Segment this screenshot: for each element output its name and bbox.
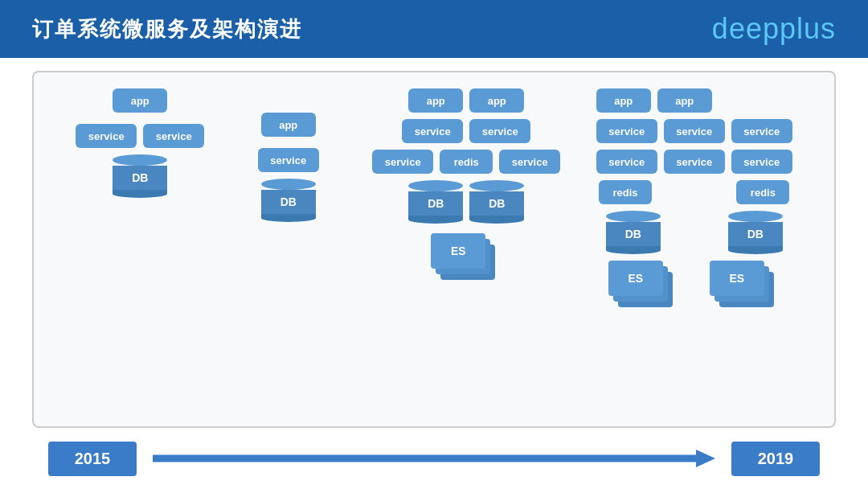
header: 订单系统微服务及架构演进 deepplus	[0, 0, 868, 58]
arch-col-1: app service service DB	[76, 88, 204, 198]
col4-redis-1: redis	[599, 180, 652, 204]
col4-svc-3: service	[731, 119, 792, 143]
col3-app-1: app	[408, 88, 463, 113]
year-start-label: 2015	[48, 442, 137, 476]
col3-app-2: app	[469, 88, 524, 113]
col3-db-2: DB	[469, 180, 524, 224]
col2-db: DB	[261, 179, 316, 222]
col4-svc-6: service	[731, 150, 792, 174]
col1-app: app	[113, 88, 167, 113]
arch-col-3: app app service service service redis se…	[372, 88, 560, 285]
col3-service-4: service	[499, 150, 560, 174]
timeline-arrow	[153, 450, 715, 467]
col4-redis-2: redis	[736, 180, 789, 204]
col1-service-2: service	[143, 124, 204, 148]
arrow-container	[137, 450, 731, 467]
col4-svc-5: service	[664, 150, 725, 174]
col4-es-stack-1: ES	[608, 261, 679, 312]
col3-es-stack: ES	[431, 233, 502, 285]
arch-col-2: app service DB	[240, 113, 337, 222]
col3-service-2: service	[469, 119, 530, 143]
col4-svc-4: service	[596, 150, 657, 174]
col3-db-1: DB	[408, 180, 463, 224]
col2-app: app	[261, 113, 316, 137]
col4-svc-2: service	[664, 119, 725, 143]
logo: deepplus	[712, 12, 836, 46]
col1-db: DB	[113, 154, 167, 198]
logo-text: deepplus	[712, 12, 836, 45]
year-end-label: 2019	[731, 442, 820, 476]
timeline-row: 2015 2019	[32, 436, 836, 481]
col2-service: service	[258, 148, 319, 172]
main-content: app service service DB app service DB	[0, 58, 868, 489]
col1-service-1: service	[76, 124, 137, 148]
arch-col-4: app app service service service service …	[596, 88, 792, 312]
col3-service-1: service	[402, 119, 463, 143]
col4-app-1: app	[596, 88, 651, 113]
col4-db-2: DB	[728, 211, 783, 254]
diagram-area: app service service DB app service DB	[32, 71, 836, 428]
col4-es-stack-2: ES	[710, 261, 780, 312]
col3-redis: redis	[440, 150, 493, 174]
col4-svc-1: service	[596, 119, 657, 143]
page-title: 订单系统微服务及架构演进	[32, 15, 302, 43]
col3-service-3: service	[372, 150, 433, 174]
col4-app-2: app	[657, 88, 712, 113]
col4-db-1: DB	[606, 211, 661, 254]
